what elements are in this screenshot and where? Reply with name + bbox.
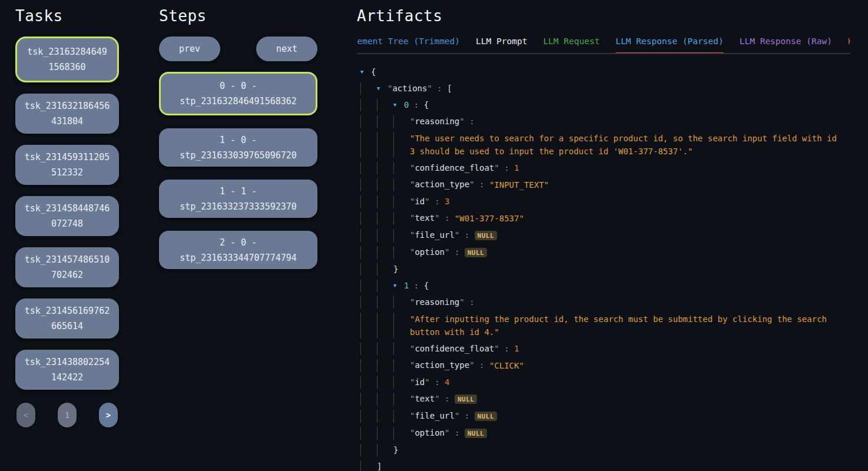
json-row-content: "actions" : [ <box>387 82 452 95</box>
json-row-content: "id" : 4 <box>410 376 449 389</box>
json-row-content: "option" : NULL <box>410 427 487 440</box>
json-row: ▼1 : { <box>360 277 850 294</box>
tab-llm-request[interactable]: LLM Request <box>543 37 599 53</box>
json-token-key: "confidence_float" <box>410 344 499 353</box>
json-row: ▼"actions" : [ <box>360 80 850 97</box>
indent-guide-line <box>360 162 377 174</box>
json-token-colon: : <box>449 247 464 257</box>
tab-llm-prompt[interactable]: LLM Prompt <box>476 37 527 53</box>
json-row-content: "confidence_float" : 1 <box>410 162 519 174</box>
indent-guide-line <box>377 393 393 406</box>
json-row-content: "id" : 3 <box>410 195 449 208</box>
indent-guide-line <box>393 376 410 389</box>
pagination-prev-button[interactable]: < <box>16 403 35 427</box>
json-token-colon: : <box>440 394 455 403</box>
indent-guide-line <box>377 195 393 208</box>
json-token-colon: : <box>449 428 464 437</box>
tasks-pagination: < 1 > <box>15 403 119 427</box>
json-token-key: "reasoning" <box>410 117 465 126</box>
next-step-button[interactable]: next <box>256 37 317 61</box>
indent-guide-line <box>393 132 410 158</box>
json-row: "option" : NULL <box>360 424 850 442</box>
collapse-arrow-icon[interactable]: ▼ <box>360 66 371 78</box>
json-token-punct: { <box>371 67 376 77</box>
json-token-punct: } <box>393 264 398 274</box>
indent-guide-line <box>360 132 377 158</box>
json-row-content: 0 : { <box>404 99 429 111</box>
indent-guide-line <box>393 212 410 225</box>
json-row-content: ] <box>377 460 382 471</box>
json-row: ] <box>360 458 850 471</box>
prev-step-button[interactable]: prev <box>159 37 220 61</box>
json-token-null: NULL <box>465 429 488 438</box>
json-row: "After inputting the product id, the sea… <box>360 310 850 340</box>
json-token-colon: : <box>409 281 423 290</box>
json-token-null: NULL <box>455 394 478 404</box>
step-button[interactable]: 2 - 0 - stp_231633344707774794 <box>159 231 317 269</box>
json-token-colon: : <box>475 360 489 370</box>
step-button[interactable]: 1 - 1 - stp_231633237333592370 <box>159 180 317 218</box>
tab-element-tree-trimmed[interactable]: Element Tree (Trimmed) <box>357 37 460 53</box>
step-button[interactable]: 1 - 0 - stp_231633039765096720 <box>159 128 317 167</box>
indent-guide-line <box>377 132 393 158</box>
json-token-str: "INPUT_TEXT" <box>489 178 549 191</box>
task-button[interactable]: tsk_231438802254142422 <box>15 350 119 390</box>
json-row-content: "confidence_float" : 1 <box>410 343 519 355</box>
task-button[interactable]: tsk_231632186456431804 <box>15 94 119 134</box>
tab-llm-response-parsed[interactable]: LLM Response (Parsed) <box>615 37 723 53</box>
tab-html-raw[interactable]: Html (Raw) <box>848 37 850 53</box>
indent-guide-line <box>377 263 393 276</box>
json-token-str: "W01-377-8537" <box>455 212 524 225</box>
task-button[interactable]: tsk_231456169762665614 <box>15 298 119 339</box>
collapse-arrow-icon[interactable]: ▼ <box>377 82 387 95</box>
tasks-panel: Tasks tsk_231632846491568360tsk_23163218… <box>15 0 119 471</box>
indent-guide-line <box>377 99 393 111</box>
collapse-arrow-icon[interactable]: ▼ <box>393 99 404 111</box>
json-token-colon: : <box>459 230 474 240</box>
json-row-content: "text" : "W01-377-8537" <box>410 212 524 225</box>
json-row-content: "text" : NULL <box>410 393 477 406</box>
task-button[interactable]: tsk_231457486510702462 <box>15 247 119 287</box>
indent-guide-line <box>377 376 393 389</box>
task-button[interactable]: tsk_231458448746072748 <box>15 196 119 236</box>
indent-guide-line <box>377 427 393 440</box>
json-row: "text" : "W01-377-8537" <box>360 210 850 227</box>
indent-guide-line <box>360 263 377 276</box>
indent-guide-line <box>360 410 377 423</box>
indent-guide-line <box>360 343 377 355</box>
collapse-arrow-icon[interactable]: ▼ <box>393 280 404 292</box>
indent-guide-line <box>377 359 393 372</box>
json-row-content: } <box>393 263 398 276</box>
indent-guide-line <box>360 296 377 309</box>
indent-guide-line <box>377 246 393 259</box>
indent-guide-line <box>377 280 393 292</box>
indent-guide-line <box>393 427 410 440</box>
indent-guide-line <box>360 359 377 372</box>
steps-title: Steps <box>159 7 317 25</box>
json-row-content: "reasoning" : <box>410 115 479 128</box>
indent-guide-line <box>393 162 410 174</box>
indent-guide-line <box>393 178 410 191</box>
step-button-selected[interactable]: 0 - 0 - stp_231632846491568362 <box>159 72 317 115</box>
json-token-key: "id" <box>410 197 430 206</box>
json-row: "reasoning" : <box>360 113 850 130</box>
pagination-page-button[interactable]: 1 <box>58 403 77 427</box>
json-token-punct: [ <box>447 84 452 93</box>
json-row: "file_url" : NULL <box>360 407 850 424</box>
indent-guide-line <box>360 460 377 471</box>
step-list: 0 - 0 - stp_2316328464915683621 - 0 - st… <box>159 72 317 269</box>
tab-llm-response-raw[interactable]: LLM Response (Raw) <box>740 37 832 53</box>
indent-guide-line <box>393 393 410 406</box>
artifact-tabs-bar: Element Tree (Trimmed)LLM PromptLLM Requ… <box>357 37 850 54</box>
indent-guide-line <box>360 99 377 111</box>
task-button-selected[interactable]: tsk_231632846491568360 <box>15 37 119 82</box>
indent-guide-line <box>377 229 393 242</box>
task-button[interactable]: tsk_231459311205512332 <box>15 145 119 185</box>
json-token-colon: : <box>440 213 455 223</box>
indent-guide-line <box>393 229 410 242</box>
json-token-str: "After inputting the product id, the sea… <box>410 313 841 339</box>
artifact-tabs: Element Tree (Trimmed)LLM PromptLLM Requ… <box>357 37 850 53</box>
pagination-next-button[interactable]: > <box>99 403 118 427</box>
json-token-colon: : <box>430 197 445 206</box>
json-token-num: 1 <box>514 163 519 173</box>
